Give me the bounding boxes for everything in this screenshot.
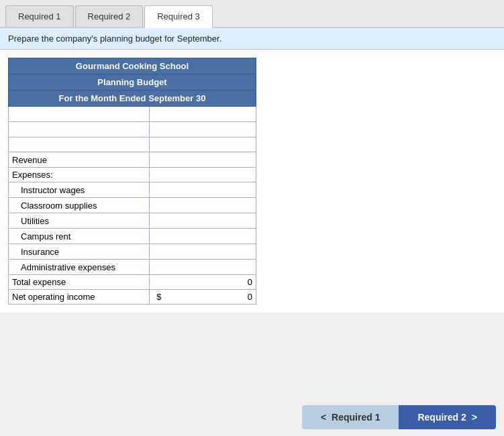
utilities-input[interactable] xyxy=(150,213,256,228)
row-label-input-2[interactable] xyxy=(9,122,150,138)
expenses-empty xyxy=(150,168,256,182)
insurance-input-cell[interactable] xyxy=(150,244,256,260)
rent-input[interactable] xyxy=(150,229,256,243)
instructor-input-cell[interactable] xyxy=(150,182,256,198)
insurance-input[interactable] xyxy=(150,244,256,259)
net-label: Net operating income xyxy=(9,290,150,305)
prev-icon: < xyxy=(321,412,326,423)
next-button[interactable]: Required 2 > xyxy=(399,405,496,429)
tab-required-2[interactable]: Required 2 xyxy=(75,5,144,27)
table-row-blank xyxy=(9,138,256,152)
table-row xyxy=(9,122,256,138)
table-row-total: Total expense 0 xyxy=(9,275,256,290)
table-title-3: For the Month Ended September 30 xyxy=(9,91,256,107)
table-row-net: Net operating income $ 0 xyxy=(9,290,256,305)
table-row xyxy=(9,107,256,122)
bottom-nav: < Required 1 Required 2 > xyxy=(0,398,504,436)
main-content: Gourmand Cooking School Planning Budget … xyxy=(0,50,504,313)
value-input-1[interactable] xyxy=(150,107,256,121)
table-row-expenses-header: Expenses: xyxy=(9,168,256,182)
table-row-supplies: Classroom supplies xyxy=(9,198,256,213)
tabs-container: Required 1 Required 2 Required 3 xyxy=(0,0,504,28)
value-input-2[interactable] xyxy=(150,122,256,137)
insurance-label: Insurance xyxy=(9,244,150,260)
row-value-input-2[interactable] xyxy=(150,122,256,138)
table-title-2: Planning Budget xyxy=(9,74,256,91)
row-label-input-1[interactable] xyxy=(9,107,150,122)
tab-required-1[interactable]: Required 1 xyxy=(5,5,74,27)
revenue-input[interactable] xyxy=(150,152,256,167)
utilities-label: Utilities xyxy=(9,213,150,229)
instruction-text: Prepare the company's planning budget fo… xyxy=(8,34,221,44)
table-row-insurance: Insurance xyxy=(9,244,256,260)
revenue-label: Revenue xyxy=(9,152,150,168)
row-value-input-1[interactable] xyxy=(150,107,256,122)
admin-input[interactable] xyxy=(150,260,256,274)
table-row-rent: Campus rent xyxy=(9,229,256,244)
supplies-label: Classroom supplies xyxy=(9,198,150,213)
budget-table: Gourmand Cooking School Planning Budget … xyxy=(8,58,256,305)
instruction-bar: Prepare the company's planning budget fo… xyxy=(0,28,504,50)
supplies-input[interactable] xyxy=(150,198,256,213)
total-value: 0 xyxy=(150,275,256,290)
prev-label: Required 1 xyxy=(332,412,380,423)
utilities-input-cell[interactable] xyxy=(150,213,256,229)
table-row-instructor: Instructor wages xyxy=(9,182,256,198)
table-row-revenue: Revenue xyxy=(9,152,256,168)
label-input-2[interactable] xyxy=(9,122,149,137)
expenses-label: Expenses: xyxy=(9,168,150,182)
dollar-sign: $ xyxy=(150,290,163,305)
table-row-admin: Administrative expenses xyxy=(9,260,256,275)
table-row-utilities: Utilities xyxy=(9,213,256,229)
net-value: 0 xyxy=(163,290,256,305)
admin-input-cell[interactable] xyxy=(150,260,256,275)
label-input-1[interactable] xyxy=(9,107,149,121)
blank-label xyxy=(9,138,150,152)
instructor-label: Instructor wages xyxy=(9,182,150,198)
tab-required-3[interactable]: Required 3 xyxy=(144,5,213,28)
total-label: Total expense xyxy=(9,275,150,290)
rent-label: Campus rent xyxy=(9,229,150,244)
admin-label: Administrative expenses xyxy=(9,260,150,275)
revenue-input-cell[interactable] xyxy=(150,152,256,168)
supplies-input-cell[interactable] xyxy=(150,198,256,213)
table-title-1: Gourmand Cooking School xyxy=(9,58,256,74)
blank-value xyxy=(150,138,256,152)
next-icon: > xyxy=(472,412,477,423)
next-label: Required 2 xyxy=(417,412,466,423)
prev-button[interactable]: < Required 1 xyxy=(302,405,399,429)
rent-input-cell[interactable] xyxy=(150,229,256,244)
instructor-input[interactable] xyxy=(150,182,256,197)
